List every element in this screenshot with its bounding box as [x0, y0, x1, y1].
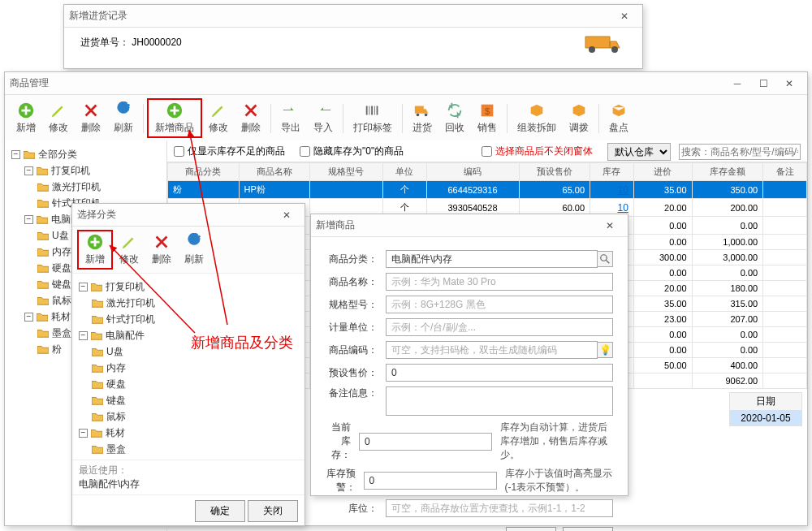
svg-point-10 [425, 114, 428, 117]
dialog-title: 选择分类 [77, 208, 274, 222]
combo-button[interactable]: 组装拆卸 [511, 100, 563, 136]
date-panel: 日期 2020-01-05 [729, 392, 802, 426]
close-button[interactable]: 关闭 [248, 500, 298, 522]
cat-add-button[interactable]: 新增 [77, 230, 113, 270]
loc-field[interactable] [386, 499, 613, 517]
truck-icon [584, 32, 626, 56]
svg-rect-8 [377, 106, 378, 115]
hide-zero-checkbox[interactable] [300, 146, 310, 157]
stock-field[interactable] [359, 433, 492, 451]
svg-point-13 [601, 255, 607, 261]
close-icon[interactable]: ✕ [274, 207, 300, 223]
svg-point-1 [611, 46, 618, 53]
svg-rect-7 [374, 106, 375, 115]
purchase-record-window: 新增进货记录 ✕ 进货单号： JH0000020 [63, 4, 643, 69]
purchase-button[interactable]: 进货 [406, 100, 438, 136]
svg-rect-4 [366, 106, 368, 115]
order-no-label: 进货单号： [80, 37, 129, 48]
price-field[interactable] [386, 364, 613, 382]
svg-point-0 [589, 46, 595, 53]
svg-rect-5 [369, 106, 369, 115]
delete2-button[interactable]: 删除 [235, 100, 267, 136]
search-input[interactable] [679, 144, 801, 160]
close-button[interactable]: 关闭 [563, 527, 613, 531]
table-row[interactable]: 粉HP粉个664452931665.001035.00350.00 [168, 181, 807, 199]
delete-button[interactable]: 删除 [75, 100, 107, 136]
ok-button[interactable]: 确定 [195, 500, 245, 522]
main-toolbar: 新增 修改 删除 刷新 新增商品 修改 删除 导出 导入 打印标签 进货 回收 … [5, 95, 807, 141]
order-no-value: JH0000020 [132, 37, 181, 48]
sale-button[interactable]: $销售 [471, 100, 503, 136]
warn-field[interactable] [364, 472, 497, 490]
add-button[interactable]: 新增 [10, 100, 42, 136]
import-button[interactable]: 导入 [307, 100, 339, 136]
close-icon[interactable]: ✕ [597, 218, 623, 234]
refresh-button[interactable]: 刷新 [107, 100, 140, 136]
close-icon[interactable]: ✕ [776, 76, 802, 92]
recycle-button[interactable]: 回收 [438, 100, 471, 136]
category-tree-dialog[interactable]: −打复印机 激光打印机 针式打印机 −电脑配件 U盘 内存 硬盘 键盘 鼠标 −… [72, 273, 304, 460]
minimize-icon[interactable]: ─ [724, 76, 750, 92]
ok-button[interactable]: 确定 [506, 527, 556, 531]
unit-field[interactable] [386, 318, 613, 336]
print-label-button[interactable]: 打印标签 [347, 100, 399, 136]
model-field[interactable] [386, 296, 613, 313]
svg-rect-6 [371, 106, 373, 115]
add-product-button[interactable]: 新增商品 [147, 98, 202, 138]
export-button[interactable]: 导出 [274, 100, 307, 136]
add-product-dialog: 新增商品 ✕ 商品分类： 商品名称： 规格型号： 计量单位： 商品编码：💡 预设… [310, 214, 628, 496]
window-title: 新增进货记录 [69, 9, 611, 23]
name-field[interactable] [386, 273, 613, 291]
edit2-button[interactable]: 修改 [202, 100, 235, 136]
dialog-title: 新增商品 [316, 218, 597, 232]
keep-open-checkbox[interactable] [482, 146, 492, 157]
svg-text:$: $ [485, 106, 490, 116]
cat-delete-button[interactable]: 删除 [145, 231, 178, 268]
svg-point-9 [417, 114, 420, 117]
warehouse-select[interactable]: 默认仓库 [607, 143, 671, 161]
cat-refresh-button[interactable]: 刷新 [178, 231, 210, 268]
close-icon[interactable]: ✕ [611, 8, 637, 24]
remark-field[interactable] [386, 386, 613, 416]
search-icon[interactable] [597, 251, 613, 267]
recent-value: 电脑配件\内存 [79, 477, 298, 491]
maximize-icon[interactable]: ☐ [750, 76, 776, 92]
edit-button[interactable]: 修改 [42, 100, 75, 136]
inventory-button[interactable]: 盘点 [603, 100, 635, 136]
transfer-button[interactable]: 调拨 [563, 100, 595, 136]
svg-line-14 [607, 261, 610, 264]
lightbulb-icon[interactable]: 💡 [597, 342, 613, 358]
show-lowstock-checkbox[interactable] [174, 146, 184, 157]
cat-edit-button[interactable]: 修改 [113, 231, 145, 268]
category-field[interactable] [386, 250, 598, 268]
annotation-text: 新增商品及分类 [191, 333, 293, 352]
date-value: 2020-01-05 [730, 411, 801, 425]
recent-label: 最近使用： [79, 464, 298, 477]
category-dialog: 选择分类 ✕ 新增 修改 删除 刷新 −打复印机 激光打印机 针式打印机 −电脑… [71, 203, 305, 526]
window-title: 商品管理 [10, 76, 724, 90]
code-field[interactable] [386, 341, 598, 359]
